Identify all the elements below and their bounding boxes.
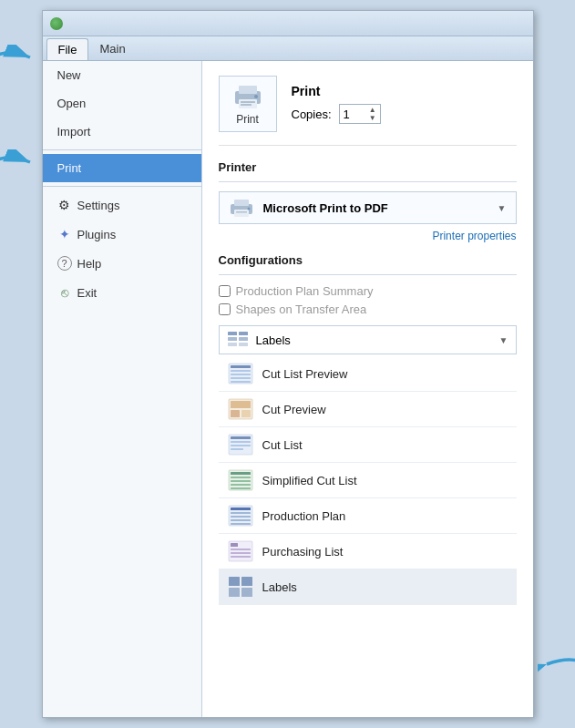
sidebar-divider-1	[43, 149, 201, 150]
sidebar-label-new: New	[57, 68, 81, 82]
list-label-cut-list: Cut List	[262, 438, 303, 452]
svg-rect-24	[231, 377, 251, 379]
svg-rect-39	[231, 484, 251, 486]
svg-rect-54	[229, 588, 240, 597]
list-label-production-plan: Production Plan	[262, 509, 346, 523]
print-header: Print Print Copies: 1 ▲ ▼	[219, 76, 517, 146]
sidebar-item-help[interactable]: ? Help	[43, 249, 201, 278]
configurations-title: Configurations	[219, 253, 517, 267]
svg-rect-33	[231, 445, 251, 446]
svg-rect-52	[229, 577, 240, 586]
checkbox-shapes-transfer[interactable]: Shapes on Transfer Area	[219, 302, 517, 316]
svg-rect-6	[241, 101, 255, 103]
menu-tab-file[interactable]: File	[46, 38, 89, 60]
sidebar-label-exit: Exit	[77, 286, 98, 300]
svg-rect-16	[228, 337, 237, 341]
printer-name: Microsoft Print to PDF	[263, 201, 488, 215]
list-label-simplified-cut-list: Simplified Cut List	[262, 474, 357, 487]
svg-rect-27	[231, 401, 251, 408]
printer-icon	[231, 82, 264, 109]
sidebar-item-open[interactable]: Open	[43, 89, 201, 118]
cut-list-preview-icon	[228, 363, 253, 385]
sidebar-divider-2	[43, 186, 201, 187]
svg-rect-31	[231, 436, 251, 439]
print-section-title: Print	[292, 84, 381, 98]
printer-select-icon	[229, 198, 254, 218]
checkbox-label-shapes: Shapes on Transfer Area	[236, 302, 367, 316]
list-item-labels[interactable]: Labels	[219, 569, 517, 605]
app-icon	[50, 17, 63, 30]
printer-dropdown-arrow[interactable]: ▼	[498, 203, 507, 213]
plugins-icon: ✦	[57, 227, 72, 241]
copies-row: Copies: 1 ▲ ▼	[292, 104, 381, 124]
copies-input-box[interactable]: 1 ▲ ▼	[339, 104, 381, 124]
labels-dropdown-icon	[227, 331, 249, 349]
svg-rect-17	[239, 337, 248, 341]
print-button[interactable]: Print	[219, 76, 277, 132]
checkbox-production-plan-summary[interactable]: Production Plan Summary	[219, 284, 517, 298]
list-label-cut-preview: Cut Preview	[262, 403, 326, 416]
copies-label: Copies:	[292, 108, 332, 121]
labels-dropdown-arrow[interactable]: ▼	[499, 335, 508, 345]
list-item-production-plan[interactable]: Production Plan	[219, 498, 517, 534]
help-icon: ?	[57, 256, 72, 271]
simplified-cut-list-icon	[228, 469, 253, 491]
list-item-purchasing-list[interactable]: Purchasing List	[219, 534, 517, 569]
svg-rect-29	[241, 410, 251, 417]
labels-dropdown[interactable]: Labels ▼	[219, 325, 517, 354]
list-item-cut-preview[interactable]: Cut Preview	[219, 392, 517, 427]
sidebar-item-import[interactable]: Import	[43, 118, 201, 146]
list-item-cut-list-preview[interactable]: Cut List Preview	[219, 356, 517, 392]
checkbox-input-production[interactable]	[219, 285, 231, 297]
svg-rect-22	[231, 370, 251, 372]
list-item-cut-list[interactable]: Cut List	[219, 427, 517, 463]
menu-tab-main[interactable]: Main	[88, 38, 136, 60]
sidebar-item-exit[interactable]: ⎋ Exit	[43, 278, 201, 307]
copies-spinner[interactable]: ▲ ▼	[369, 106, 376, 122]
checkbox-input-shapes[interactable]	[219, 303, 231, 315]
sidebar-item-settings[interactable]: ⚙ Settings	[43, 190, 201, 220]
printer-properties-link[interactable]: Printer properties	[219, 230, 517, 242]
svg-rect-50	[231, 552, 251, 554]
list-item-simplified-cut-list[interactable]: Simplified Cut List	[219, 463, 517, 498]
svg-rect-19	[239, 343, 248, 346]
svg-rect-36	[231, 472, 251, 475]
list-label-purchasing-list: Purchasing List	[262, 545, 344, 559]
sidebar-label-plugins: Plugins	[77, 228, 117, 241]
settings-icon: ⚙	[57, 198, 72, 212]
svg-rect-10	[234, 200, 249, 206]
svg-rect-44	[231, 516, 251, 518]
svg-rect-32	[231, 441, 251, 443]
svg-rect-12	[236, 211, 247, 213]
labels-dropdown-label: Labels	[256, 333, 499, 347]
printer-section-title: Printer	[219, 160, 517, 174]
sidebar: New Open Import Print ⚙ Settings	[43, 61, 202, 717]
svg-rect-7	[241, 104, 252, 106]
svg-rect-49	[231, 549, 251, 550]
sidebar-label-print: Print	[57, 161, 82, 175]
svg-point-8	[254, 95, 258, 98]
svg-rect-4	[239, 86, 257, 94]
svg-rect-11	[234, 210, 249, 217]
menu-bar: File Main	[43, 36, 533, 61]
purchasing-list-icon	[228, 540, 253, 562]
svg-rect-34	[231, 448, 243, 450]
sidebar-item-new[interactable]: New	[43, 61, 201, 89]
sidebar-label-open: Open	[57, 97, 87, 110]
svg-rect-45	[231, 519, 251, 521]
svg-rect-23	[231, 374, 251, 375]
config-checkboxes: Production Plan Summary Shapes on Transf…	[219, 284, 517, 316]
sidebar-item-plugins[interactable]: ✦ Plugins	[43, 220, 201, 249]
sidebar-label-settings: Settings	[77, 199, 120, 212]
svg-rect-37	[231, 477, 251, 478]
svg-rect-28	[231, 410, 240, 417]
cut-preview-icon	[228, 398, 253, 420]
print-button-label: Print	[236, 113, 259, 126]
sidebar-item-print[interactable]: Print	[43, 154, 201, 182]
list-label-cut-list-preview: Cut List Preview	[262, 367, 348, 381]
sidebar-label-import: Import	[57, 125, 91, 138]
svg-rect-25	[231, 381, 251, 383]
copies-value: 1	[344, 108, 350, 121]
printer-selector[interactable]: Microsoft Print to PDF ▼	[219, 191, 517, 224]
content-area: New Open Import Print ⚙ Settings	[43, 61, 533, 717]
